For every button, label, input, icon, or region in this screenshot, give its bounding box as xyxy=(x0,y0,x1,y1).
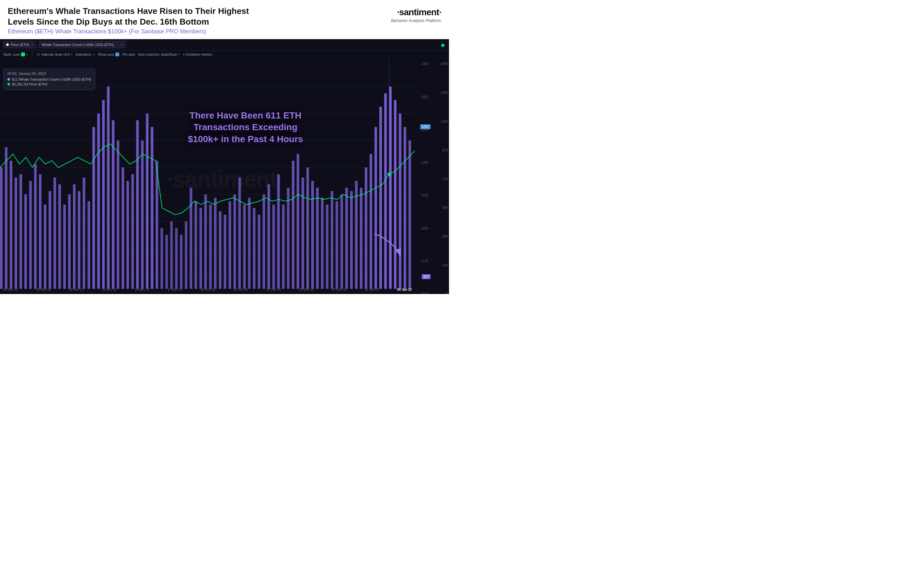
metric-tab-price[interactable]: Price (ETH) × xyxy=(3,41,36,48)
svg-rect-21 xyxy=(63,205,66,289)
chart-container: Price (ETH) × Whale Transaction Count (>… xyxy=(0,39,449,294)
svg-rect-16 xyxy=(39,174,42,289)
svg-rect-24 xyxy=(78,191,80,289)
x-label-12: 02 Jan 23 xyxy=(365,288,379,292)
svg-rect-81 xyxy=(355,181,358,289)
y-left-1: 1358 xyxy=(415,62,429,66)
chart-area: ·santiment· 09:00, January 04, 2023 611 … xyxy=(0,60,449,294)
svg-rect-55 xyxy=(229,201,231,289)
metric-tab-whale-icon: ⋮ xyxy=(116,43,119,47)
y-right-2: 1364 xyxy=(431,91,449,95)
x-label-11: 30 Dec 22 xyxy=(332,288,347,292)
svg-rect-14 xyxy=(29,181,32,289)
svg-rect-52 xyxy=(214,198,217,289)
santiment-logo: ·santiment· xyxy=(397,7,441,17)
tooltip-dot-green xyxy=(8,83,10,86)
svg-rect-71 xyxy=(306,167,309,289)
svg-rect-83 xyxy=(365,167,368,289)
svg-rect-77 xyxy=(335,201,338,289)
style-control[interactable]: Style: Line ▾ xyxy=(3,52,28,56)
pin-axis-control[interactable]: Pin axis xyxy=(123,52,135,56)
y-right-9: 0 xyxy=(431,292,449,294)
chart-svg xyxy=(0,60,415,289)
x-label-6: 17 Dec 22 xyxy=(168,288,182,292)
svg-rect-82 xyxy=(360,188,363,289)
y-right-6: 584 xyxy=(431,206,449,209)
svg-rect-35 xyxy=(131,174,134,289)
interval-control[interactable]: ⊞ Interval: Auto (1h) ▾ xyxy=(37,52,72,57)
header-left: Ethereum's Whale Transactions Have Risen… xyxy=(8,6,267,35)
svg-rect-10 xyxy=(10,161,12,289)
svg-rect-92 xyxy=(409,141,411,289)
chart-toolbar: Price (ETH) × Whale Transaction Count (>… xyxy=(0,39,449,51)
y-right-1: 1559 xyxy=(431,62,449,66)
svg-rect-80 xyxy=(350,191,353,289)
svg-rect-8 xyxy=(0,167,3,289)
svg-rect-20 xyxy=(58,184,61,289)
svg-rect-37 xyxy=(141,141,143,289)
show-axis-checkbox[interactable] xyxy=(115,52,119,56)
y-axis-left: 1358 1332 1306 1280 1228 1202 1175 1149 xyxy=(415,60,429,294)
online-indicator xyxy=(441,44,444,47)
indicators-chevron: ▾ xyxy=(93,53,95,56)
svg-rect-34 xyxy=(126,181,129,289)
svg-rect-27 xyxy=(92,127,95,289)
svg-rect-41 xyxy=(160,228,163,289)
tooltip-row-1: 611 Whale Transaction Count (>100k USD) … xyxy=(8,77,91,81)
metric-tab-whale[interactable]: Whale Transaction Count (>100k USD) (ETH… xyxy=(38,41,126,48)
santiment-tagline: Behavior Analysis Platform xyxy=(391,18,441,23)
y-left-4: 1280 xyxy=(415,161,429,164)
x-label-3: 09 Dec 22 xyxy=(69,288,84,292)
svg-rect-15 xyxy=(34,164,37,289)
svg-rect-39 xyxy=(151,127,153,289)
svg-rect-53 xyxy=(219,212,221,289)
svg-rect-56 xyxy=(234,194,236,289)
svg-rect-58 xyxy=(243,205,246,289)
axis-minmax-control[interactable]: Axis max/min: Auto/Auto ▾ xyxy=(138,52,180,56)
svg-rect-50 xyxy=(204,194,207,289)
svg-rect-72 xyxy=(311,181,314,289)
price-indicator xyxy=(6,43,9,46)
svg-rect-33 xyxy=(121,167,124,289)
svg-rect-46 xyxy=(185,221,187,289)
toolbar-controls: Style: Line ▾ ⊞ Interval: Auto (1h) ▾ In… xyxy=(0,51,449,60)
svg-rect-66 xyxy=(282,205,285,289)
y-right-7: 389 xyxy=(431,235,449,238)
svg-rect-59 xyxy=(248,198,251,289)
indicators-control[interactable]: Indicators: ▾ xyxy=(75,52,95,56)
svg-rect-48 xyxy=(194,201,197,289)
metric-tab-whale-close[interactable]: × xyxy=(121,43,123,47)
svg-rect-61 xyxy=(258,215,260,289)
svg-rect-84 xyxy=(370,154,372,289)
tooltip-price-value: $1,261.03 Price (ETH) xyxy=(12,82,47,86)
metric-tab-price-label: Price (ETH) xyxy=(11,43,29,47)
tooltip-whale-value: 611 Whale Transaction Count (>100k USD) … xyxy=(12,77,91,81)
combine-metrics-label: + Combine metrics xyxy=(183,52,212,56)
pin-axis-label: Pin axis xyxy=(123,52,135,56)
tooltip-date: 09:00, January 04, 2023 xyxy=(8,72,91,75)
y-right-5: 779 xyxy=(431,177,449,181)
style-label: Style: Line xyxy=(3,52,20,56)
header-right: ·santiment· Behavior Analysis Platform xyxy=(391,6,441,23)
x-label-9: 25 Dec 22 xyxy=(266,288,281,292)
svg-rect-26 xyxy=(88,201,90,289)
svg-rect-68 xyxy=(292,161,294,289)
y-right-3: 1169 xyxy=(431,120,449,123)
x-label-2: 06 Dec 22 xyxy=(36,288,51,292)
price-badge-value: 1252 xyxy=(422,125,429,129)
x-label-1: 04 Dec 22 xyxy=(3,288,18,292)
svg-rect-70 xyxy=(301,177,304,289)
y-right-4: 974 xyxy=(431,149,449,152)
show-axis-control[interactable]: Show axis xyxy=(98,52,119,56)
svg-rect-78 xyxy=(340,194,343,289)
metric-tab-price-close[interactable]: × xyxy=(31,43,33,47)
svg-rect-29 xyxy=(102,100,105,289)
svg-rect-57 xyxy=(238,177,241,289)
price-badge: 1252 xyxy=(420,124,431,129)
combine-metrics-control[interactable]: + Combine metrics xyxy=(183,52,212,56)
svg-rect-45 xyxy=(180,235,182,289)
style-chevron: ▾ xyxy=(26,53,28,56)
toolbar-sep-1 xyxy=(32,51,32,58)
interval-icon: ⊞ xyxy=(37,52,40,57)
x-label-13: 04 Jan 23 xyxy=(397,288,412,292)
